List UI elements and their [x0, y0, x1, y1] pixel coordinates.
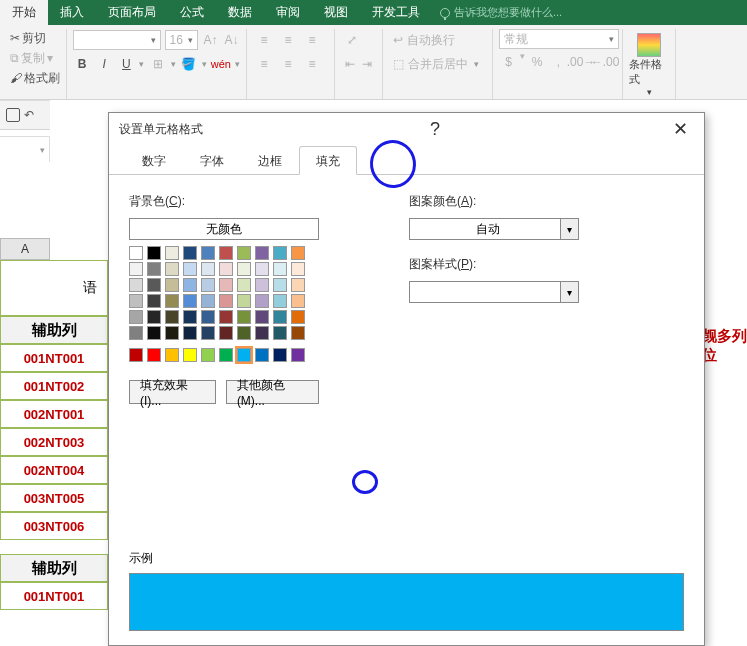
color-swatch[interactable] [165, 310, 179, 324]
color-swatch[interactable] [219, 262, 233, 276]
color-swatch[interactable] [129, 262, 143, 276]
color-swatch[interactable] [201, 310, 215, 324]
wrap-text-button[interactable]: ↩自动换行 [389, 29, 486, 51]
pattern-style-combo[interactable]: ▾ [409, 281, 579, 303]
color-swatch[interactable] [291, 326, 305, 340]
tab-home[interactable]: 开始 [0, 0, 48, 25]
header-cell[interactable]: 语 [0, 260, 108, 316]
color-swatch[interactable] [129, 294, 143, 308]
color-swatch[interactable] [165, 326, 179, 340]
color-swatch[interactable] [183, 246, 197, 260]
color-swatch[interactable] [291, 310, 305, 324]
underline-button[interactable]: U [117, 53, 135, 75]
aux-header-cell[interactable]: 辅助列 [0, 554, 108, 582]
color-swatch[interactable] [291, 294, 305, 308]
color-swatch[interactable] [201, 348, 215, 362]
number-format-combo[interactable]: 常规▾ [499, 29, 619, 49]
border-button[interactable]: ⊞ [148, 53, 166, 75]
font-size-combo[interactable]: 16▾ [165, 30, 198, 50]
color-swatch[interactable] [165, 262, 179, 276]
color-swatch[interactable] [219, 310, 233, 324]
color-swatch[interactable] [255, 278, 269, 292]
tab-insert[interactable]: 插入 [48, 0, 96, 25]
decrease-decimal-button[interactable]: ←.00 [594, 51, 616, 73]
color-swatch[interactable] [165, 246, 179, 260]
color-swatch[interactable] [291, 348, 305, 362]
color-swatch[interactable] [147, 310, 161, 324]
color-swatch[interactable] [255, 294, 269, 308]
fill-color-button[interactable]: 🪣 [180, 53, 198, 75]
aux-header-cell[interactable]: 辅助列 [0, 316, 108, 344]
tab-formulas[interactable]: 公式 [168, 0, 216, 25]
help-button[interactable]: ? [430, 119, 440, 140]
tell-me-search[interactable]: 告诉我您想要做什么... [432, 0, 570, 25]
tab-data[interactable]: 数据 [216, 0, 264, 25]
color-swatch[interactable] [219, 278, 233, 292]
percent-button[interactable]: % [527, 51, 546, 73]
tab-pagelayout[interactable]: 页面布局 [96, 0, 168, 25]
color-swatch[interactable] [273, 326, 287, 340]
color-swatch[interactable] [183, 310, 197, 324]
shrink-font-button[interactable]: A↓ [223, 29, 240, 51]
increase-indent-button[interactable]: ⇥ [359, 53, 377, 75]
data-cell[interactable]: 001NT001 [0, 344, 108, 372]
color-swatch[interactable] [291, 246, 305, 260]
color-swatch[interactable] [129, 326, 143, 340]
color-swatch[interactable] [255, 262, 269, 276]
data-cell[interactable]: 002NT003 [0, 428, 108, 456]
color-swatch[interactable] [201, 294, 215, 308]
grow-font-button[interactable]: A↑ [202, 29, 219, 51]
color-swatch[interactable] [237, 326, 251, 340]
data-cell[interactable]: 002NT001 [0, 400, 108, 428]
tab-view[interactable]: 视图 [312, 0, 360, 25]
color-swatch[interactable] [291, 278, 305, 292]
color-swatch[interactable] [129, 246, 143, 260]
tab-number[interactable]: 数字 [125, 146, 183, 175]
color-swatch[interactable] [147, 262, 161, 276]
comma-button[interactable]: , [549, 51, 568, 73]
data-cell[interactable]: 001NT002 [0, 372, 108, 400]
color-swatch[interactable] [237, 348, 251, 362]
conditional-formatting-button[interactable]: 条件格式▾ [629, 29, 669, 101]
color-swatch[interactable] [291, 262, 305, 276]
data-cell[interactable]: 002NT004 [0, 456, 108, 484]
cut-button[interactable]: ✂剪切 [10, 29, 60, 47]
color-swatch[interactable] [201, 262, 215, 276]
tab-font[interactable]: 字体 [183, 146, 241, 175]
italic-button[interactable]: I [95, 53, 113, 75]
close-button[interactable]: ✕ [673, 118, 688, 140]
color-swatch[interactable] [183, 278, 197, 292]
decrease-indent-button[interactable]: ⇤ [341, 53, 359, 75]
copy-button[interactable]: ⧉复制▾ [10, 49, 60, 67]
color-swatch[interactable] [273, 278, 287, 292]
color-swatch[interactable] [165, 278, 179, 292]
color-swatch[interactable] [165, 348, 179, 362]
color-swatch[interactable] [255, 246, 269, 260]
data-cell[interactable]: 003NT006 [0, 512, 108, 540]
color-swatch[interactable] [237, 278, 251, 292]
color-swatch[interactable] [237, 262, 251, 276]
color-swatch[interactable] [237, 294, 251, 308]
phonetic-button[interactable]: wén [211, 53, 231, 75]
name-box[interactable]: ▾ [0, 136, 50, 162]
orientation-button[interactable]: ⤢ [341, 29, 363, 51]
color-swatch[interactable] [255, 310, 269, 324]
color-swatch[interactable] [255, 348, 269, 362]
color-swatch[interactable] [129, 278, 143, 292]
color-swatch[interactable] [147, 348, 161, 362]
save-button[interactable] [6, 108, 20, 122]
color-swatch[interactable] [147, 294, 161, 308]
color-swatch[interactable] [147, 278, 161, 292]
increase-decimal-button[interactable]: .00→ [570, 51, 592, 73]
more-colors-button[interactable]: 其他颜色(M)... [226, 380, 319, 404]
color-swatch[interactable] [183, 326, 197, 340]
color-swatch[interactable] [147, 246, 161, 260]
tab-developer[interactable]: 开发工具 [360, 0, 432, 25]
undo-button[interactable]: ↶ [24, 108, 34, 122]
color-swatch[interactable] [255, 326, 269, 340]
bold-button[interactable]: B [73, 53, 91, 75]
currency-button[interactable]: $ [499, 51, 518, 73]
color-swatch[interactable] [147, 326, 161, 340]
merge-center-button[interactable]: ⬚合并后居中▾ [389, 53, 486, 75]
color-swatch[interactable] [183, 262, 197, 276]
